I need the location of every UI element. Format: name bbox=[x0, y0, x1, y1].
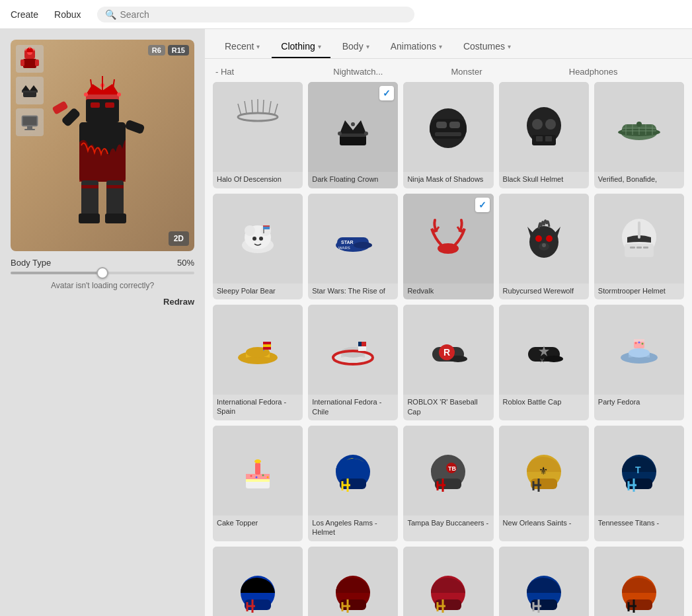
item-name-7: Star Wars: The Rise of bbox=[308, 284, 398, 299]
tab-clothing[interactable]: Clothing ▾ bbox=[272, 36, 330, 58]
item-black-skull-helmet[interactable]: Black Skull Helmet bbox=[499, 82, 589, 188]
svg-rect-161 bbox=[626, 599, 652, 610]
body-type-value: 50% bbox=[177, 258, 194, 268]
item-intl-fedora-chile[interactable]: International Fedora - Chile bbox=[308, 305, 398, 420]
grid-area: - Hat Nightwatch... Monster Headphones bbox=[205, 59, 692, 616]
item-cake-topper[interactable]: Cake Topper bbox=[213, 426, 303, 541]
svg-text:R: R bbox=[443, 347, 450, 358]
svg-point-135 bbox=[254, 459, 261, 463]
search-input[interactable] bbox=[120, 9, 406, 20]
sh-nightwatch: Nightwatch... bbox=[333, 67, 445, 77]
svg-rect-34 bbox=[106, 185, 124, 188]
svg-rect-147 bbox=[531, 479, 557, 489]
thumb-item-2[interactable] bbox=[16, 77, 44, 104]
item-thumb-r5-5 bbox=[594, 547, 684, 616]
svg-rect-102 bbox=[638, 221, 640, 239]
svg-point-78 bbox=[259, 237, 263, 241]
item-la-rams-helmet[interactable]: Los Angeles Rams - Helmet bbox=[308, 426, 398, 541]
svg-rect-143 bbox=[435, 479, 461, 489]
item-name-13: ROBLOX 'R' Baseball Cap bbox=[403, 395, 493, 420]
item-row5-4[interactable] bbox=[499, 547, 589, 616]
svg-rect-36 bbox=[105, 213, 126, 223]
item-star-wars[interactable]: STAR WARS Star Wars: The Rise of bbox=[308, 194, 398, 300]
item-verified-bonafide[interactable]: Verified, Bonafide, bbox=[594, 82, 684, 188]
item-new-orleans-saints[interactable]: ⚜ New Orleans Saints - bbox=[499, 426, 589, 541]
item-row5-1[interactable] bbox=[213, 547, 303, 616]
item-name-17: Los Angeles Rams - Helmet bbox=[308, 516, 398, 541]
item-name-5: Verified, Bonafide, bbox=[594, 172, 684, 188]
item-name-14: Roblox Battle Cap bbox=[499, 395, 589, 410]
svg-point-137 bbox=[256, 476, 258, 478]
item-redvalk[interactable]: ✓ Redvalk bbox=[403, 194, 493, 300]
nav-robux[interactable]: Robux bbox=[54, 9, 81, 20]
item-roblox-battle-cap[interactable]: ✕ Roblox Battle Cap bbox=[499, 305, 589, 420]
nav-create[interactable]: Create bbox=[11, 9, 38, 20]
tab-body[interactable]: Body ▾ bbox=[333, 36, 379, 58]
item-row5-2[interactable] bbox=[308, 547, 398, 616]
svg-rect-35 bbox=[79, 213, 100, 223]
item-rubycursed-werewolf[interactable]: Rubycursed Werewolf bbox=[499, 194, 589, 300]
item-name-6: Sleepy Polar Bear bbox=[213, 284, 303, 299]
item-intl-fedora-spain[interactable]: International Fedora - Spain bbox=[213, 305, 303, 420]
item-thumb-11 bbox=[213, 305, 303, 395]
item-ninja-mask[interactable]: Ninja Mask of Shadows bbox=[403, 82, 493, 188]
svg-line-43 bbox=[269, 101, 271, 114]
tab-recent[interactable]: Recent ▾ bbox=[215, 36, 269, 58]
svg-point-138 bbox=[262, 474, 264, 476]
redraw-button[interactable]: Redraw bbox=[11, 297, 194, 307]
item-row5-3[interactable] bbox=[403, 547, 493, 616]
svg-text:TB: TB bbox=[448, 465, 456, 472]
svg-rect-114 bbox=[358, 346, 366, 351]
item-thumb-4 bbox=[499, 82, 589, 172]
svg-point-128 bbox=[634, 342, 636, 344]
item-name-4: Black Skull Helmet bbox=[499, 172, 589, 188]
svg-rect-157 bbox=[435, 599, 461, 610]
slider-thumb[interactable] bbox=[96, 267, 108, 279]
svg-rect-53 bbox=[436, 122, 447, 128]
left-panel: R6 R15 bbox=[0, 29, 205, 616]
body-type-slider-track[interactable] bbox=[11, 272, 194, 274]
tab-costumes[interactable]: Costumes ▾ bbox=[454, 36, 520, 58]
thumb-item-1[interactable] bbox=[16, 45, 44, 73]
svg-point-96 bbox=[542, 243, 546, 247]
item-tampa-bay-helmet[interactable]: TB Tampa Bay Buccaneers - bbox=[403, 426, 493, 541]
loading-warning: Avatar isn't loading correctly? bbox=[11, 281, 194, 290]
svg-rect-1 bbox=[23, 59, 36, 68]
svg-rect-11 bbox=[22, 91, 38, 93]
sh-headphones: Headphones bbox=[569, 67, 681, 77]
svg-rect-13 bbox=[23, 117, 36, 125]
svg-rect-155 bbox=[340, 599, 366, 610]
svg-point-89 bbox=[438, 243, 459, 254]
svg-point-93 bbox=[535, 235, 542, 242]
item-grid-row4: Cake Topper bbox=[213, 426, 684, 541]
svg-rect-108 bbox=[263, 347, 271, 350]
svg-line-40 bbox=[252, 100, 252, 113]
item-thumb-14: ✕ bbox=[499, 305, 589, 395]
item-thumb-15 bbox=[594, 305, 684, 395]
svg-point-24 bbox=[117, 93, 121, 96]
item-sleepy-polar-bear[interactable]: Sleepy Polar Bear bbox=[213, 194, 303, 300]
thumb-item-3[interactable] bbox=[16, 108, 44, 136]
tab-animations[interactable]: Animations ▾ bbox=[381, 36, 451, 58]
item-halo-of-descension[interactable]: Halo Of Descension bbox=[213, 82, 303, 188]
slider-fill bbox=[11, 272, 102, 274]
svg-rect-30 bbox=[124, 120, 145, 135]
item-thumb-r5-4 bbox=[499, 547, 589, 616]
svg-rect-159 bbox=[531, 599, 557, 610]
svg-point-37 bbox=[238, 113, 278, 121]
item-stormtrooper-helmet[interactable]: Stormtrooper Helmet bbox=[594, 194, 684, 300]
svg-rect-19 bbox=[91, 102, 100, 108]
item-roblox-baseball-cap[interactable]: R ROBLOX 'R' Baseball Cap bbox=[403, 305, 493, 420]
svg-line-38 bbox=[238, 104, 241, 116]
item-row5-5[interactable] bbox=[594, 547, 684, 616]
btn-2d[interactable]: 2D bbox=[169, 231, 189, 246]
item-name-8: Redvalk bbox=[403, 284, 493, 299]
avatar-badges: R6 R15 bbox=[148, 45, 189, 56]
item-tennessee-titans[interactable]: T Tennessee Titans - bbox=[594, 426, 684, 541]
item-grid-row2: Sleepy Polar Bear STAR WARS bbox=[213, 194, 684, 300]
svg-point-59 bbox=[545, 119, 556, 130]
svg-point-75 bbox=[245, 225, 255, 236]
item-party-fedora[interactable]: Party Fedora bbox=[594, 305, 684, 420]
item-dark-floating-crown[interactable]: ✓ Dark Floating Crown bbox=[308, 82, 398, 188]
svg-point-125 bbox=[629, 348, 650, 358]
